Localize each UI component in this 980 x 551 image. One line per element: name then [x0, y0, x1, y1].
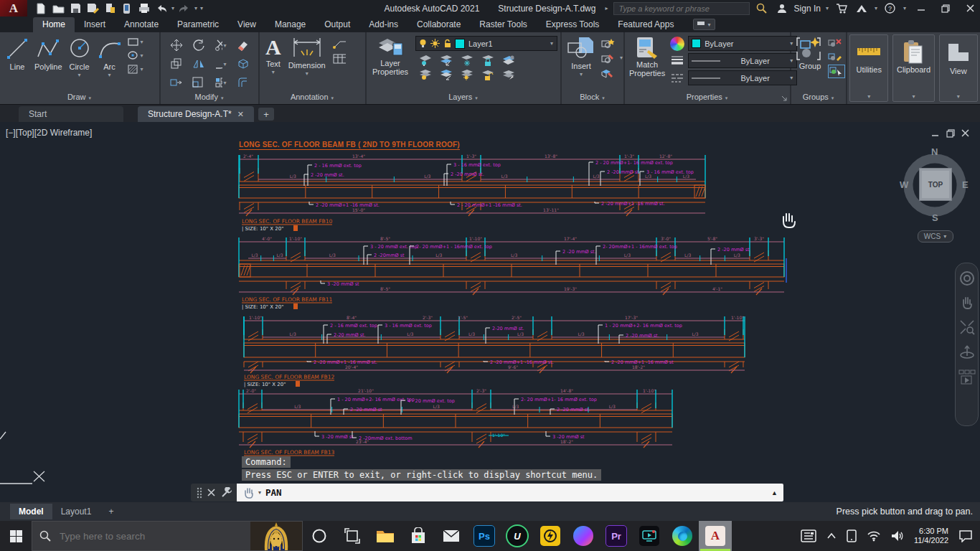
edge-icon[interactable] — [666, 521, 699, 551]
tab-express-tools[interactable]: Express Tools — [537, 17, 608, 32]
microsoft-store-icon[interactable] — [402, 521, 435, 551]
table-tool[interactable] — [333, 53, 346, 64]
layer-match-icon[interactable] — [439, 55, 453, 66]
object-color-dropdown[interactable]: ByLayer▾ — [688, 36, 797, 51]
layer-states-icon[interactable] — [501, 55, 516, 66]
cortana-icon[interactable] — [303, 521, 336, 551]
layer-unlock2-icon[interactable] — [481, 69, 495, 80]
scale-tool[interactable] — [192, 77, 205, 88]
command-close-icon[interactable] — [207, 489, 215, 496]
taskbar-clock[interactable]: 6:30 PM 11/4/2022 — [914, 527, 948, 545]
tab-manage[interactable]: Manage — [265, 17, 315, 32]
drawing-close-icon[interactable] — [961, 129, 970, 138]
tab-annotate[interactable]: Annotate — [115, 17, 168, 32]
command-input[interactable]: ▾ PAN ▲ — [237, 484, 783, 501]
move-tool[interactable] — [170, 40, 183, 51]
wcs-dropdown[interactable]: WCS▾ — [918, 230, 953, 242]
iobit-uninstaller-icon[interactable]: U — [501, 521, 534, 551]
open-folder-icon[interactable] — [50, 2, 66, 15]
plot-icon[interactable] — [102, 2, 118, 15]
tab-output[interactable]: Output — [315, 17, 359, 32]
layer-current-icon[interactable] — [439, 69, 453, 80]
ellipse-tool[interactable]: ▾ — [127, 50, 144, 60]
tab-raster-tools[interactable]: Raster Tools — [470, 17, 536, 32]
keyword-search-input[interactable] — [618, 4, 745, 14]
ungroup-icon[interactable] — [828, 37, 842, 48]
drawing-restore-icon[interactable] — [946, 129, 955, 138]
hatch-tool[interactable]: ▾ — [127, 64, 144, 74]
redo-caret-icon[interactable]: ▾ — [194, 5, 197, 11]
autocad-taskbar-icon[interactable]: A — [699, 521, 732, 551]
layer-isolate-icon[interactable] — [418, 55, 433, 66]
command-expand-icon[interactable]: ▲ — [771, 489, 778, 496]
erase-tool[interactable] — [237, 40, 250, 51]
start-button[interactable] — [0, 521, 32, 551]
new-file-icon[interactable] — [33, 2, 49, 15]
file-tab-drawing[interactable]: Structure Design-A.T* ✕ — [138, 106, 254, 122]
circle-button[interactable]: Circle▾ — [67, 35, 93, 80]
save-as-icon[interactable] — [85, 2, 100, 15]
restore-button[interactable] — [936, 0, 956, 17]
insert-button[interactable]: Insert▾ — [566, 36, 596, 79]
panel-clipboard[interactable]: Clipboard ▾ — [892, 34, 934, 102]
drawing-minimize-icon[interactable] — [931, 129, 940, 138]
cart-icon[interactable] — [834, 2, 849, 15]
tray-expand-icon[interactable] — [826, 532, 837, 540]
command-dock-grip[interactable] — [191, 484, 237, 501]
explode-tool[interactable] — [237, 59, 250, 70]
panel-view[interactable]: View ▾ — [939, 34, 978, 102]
print-icon[interactable] — [136, 2, 152, 15]
mobile-icon[interactable] — [119, 2, 135, 15]
layout1-tab[interactable]: Layout1 — [52, 504, 100, 519]
command-dock[interactable]: ▾ PAN ▲ — [191, 484, 783, 501]
layer-dropdown[interactable]: Layer1 ▾ — [415, 36, 557, 51]
lineweight-dropdown[interactable]: ByLayer▾ — [688, 53, 797, 68]
taskbar-search-input[interactable] — [58, 530, 212, 542]
close-button[interactable] — [960, 0, 980, 17]
keyword-search-box[interactable] — [613, 2, 750, 15]
sign-in-label[interactable]: Sign In — [794, 4, 821, 14]
viewcube[interactable]: N W E S TOP — [900, 149, 969, 221]
photoshop-icon[interactable]: Ps — [468, 521, 501, 551]
messenger-icon[interactable] — [567, 521, 600, 551]
dialog-launcher-icon[interactable] — [781, 95, 787, 101]
stretch-tool[interactable] — [170, 77, 183, 88]
help-caret-icon[interactable]: ▾ — [903, 5, 906, 11]
tab-featured-apps[interactable]: Featured Apps — [608, 17, 683, 32]
viewcube-top-face[interactable]: TOP — [919, 168, 952, 201]
drag-handle-icon[interactable] — [197, 487, 202, 499]
tab-insert[interactable]: Insert — [75, 17, 115, 32]
write-block-icon[interactable] — [600, 52, 615, 64]
volume-icon[interactable] — [891, 530, 904, 542]
panel-label-draw[interactable]: Draw ▾ — [0, 93, 159, 103]
autocad-app-icon[interactable]: A — [0, 0, 27, 17]
tab-collaborate[interactable]: Collaborate — [407, 17, 470, 32]
layer-freeze-icon[interactable] — [460, 55, 474, 66]
panel-label-annotation[interactable]: Annotation ▾ — [260, 93, 365, 103]
group-edit-icon[interactable] — [828, 51, 842, 62]
notification-center-icon[interactable] — [958, 529, 973, 542]
file-tab-start[interactable]: Start — [19, 106, 123, 122]
mail-icon[interactable] — [435, 521, 468, 551]
search-flyout-icon[interactable]: ▸ — [606, 5, 608, 11]
drawing-canvas[interactable]: 2'-4"13'-4"1'-3"13'-8"1'-3"12'-8"L/3L/3L… — [0, 122, 980, 502]
undo-caret-icon[interactable]: ▾ — [171, 5, 174, 11]
zoom-extents-icon[interactable] — [959, 319, 975, 335]
orbit-icon[interactable] — [959, 344, 975, 360]
offset-tool[interactable] — [237, 77, 250, 88]
panel-label-block[interactable]: Block ▾ — [562, 93, 623, 103]
tab-home[interactable]: Home — [33, 17, 75, 32]
block-editor-icon[interactable] — [600, 67, 615, 79]
task-view-icon[interactable] — [336, 521, 369, 551]
undo-icon[interactable] — [154, 2, 169, 15]
linetype-dropdown[interactable]: ByLayer▾ — [688, 70, 797, 85]
match-properties-button[interactable]: Match Properties — [629, 36, 665, 85]
tab-add-ins[interactable]: Add-ins — [359, 17, 407, 32]
help-icon[interactable]: ? — [882, 2, 898, 15]
premiere-icon[interactable]: Pr — [600, 521, 633, 551]
text-button[interactable]: A Text▾ — [265, 35, 281, 78]
rotate-tool[interactable] — [192, 40, 205, 51]
navigation-bar[interactable] — [955, 263, 979, 426]
viewcube-west[interactable]: W — [900, 179, 908, 190]
file-tab-close-icon[interactable]: ✕ — [237, 110, 244, 119]
